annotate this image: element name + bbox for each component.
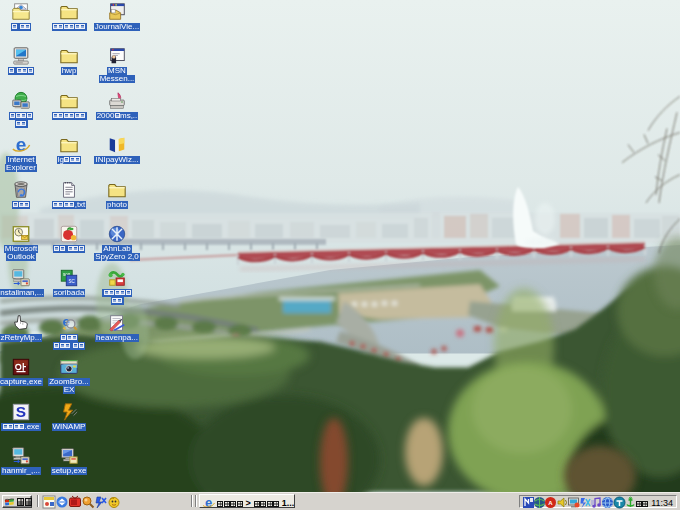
- svg-text:e: e: [16, 135, 27, 155]
- svg-text:SC: SC: [68, 279, 75, 284]
- svg-text:A: A: [548, 500, 553, 506]
- svg-text:S: S: [16, 403, 26, 420]
